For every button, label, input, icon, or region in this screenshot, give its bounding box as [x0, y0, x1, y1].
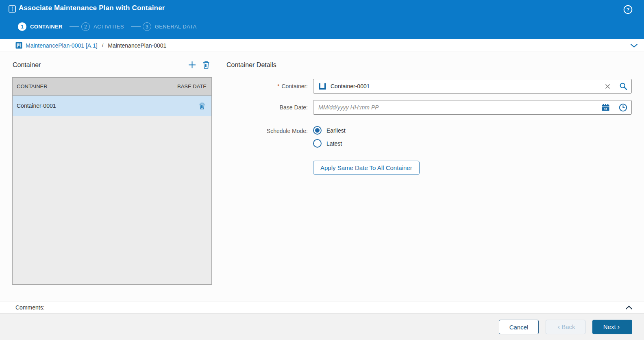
- container-table-header: CONTAINER BASE DATE: [13, 78, 211, 96]
- step-label: ACTIVITIES: [94, 24, 124, 30]
- table-row[interactable]: Container-0001: [13, 96, 211, 116]
- next-chevron-icon: ›: [618, 323, 620, 331]
- container-input-value: Container-0001: [331, 83, 370, 89]
- container-list-actions: [188, 61, 209, 69]
- chevron-up-icon[interactable]: [625, 305, 633, 310]
- comments-label: Comments:: [15, 304, 45, 311]
- container-field-label: *Container:: [206, 83, 308, 89]
- back-chevron-icon: ‹: [557, 323, 560, 331]
- schedule-mode-label: Schedule Mode:: [206, 128, 308, 134]
- comments-bar: Comments:: [0, 301, 644, 314]
- step-container[interactable]: 1 CONTAINER: [18, 22, 63, 31]
- breadcrumb: MaintenancePlan-0001 [A.1] / Maintenance…: [0, 39, 644, 52]
- chevron-down-icon[interactable]: [630, 42, 638, 50]
- step-connector: [70, 26, 79, 27]
- trash-icon: [199, 102, 205, 109]
- svg-text:31: 31: [604, 107, 607, 111]
- step-number: 2: [81, 22, 90, 31]
- breadcrumb-separator: /: [102, 42, 104, 48]
- search-icon[interactable]: [619, 82, 627, 90]
- step-number: 1: [18, 22, 26, 31]
- cancel-button[interactable]: Cancel: [499, 320, 539, 334]
- breadcrumb-link[interactable]: MaintenancePlan-0001 [A.1]: [26, 42, 98, 49]
- delete-container-button[interactable]: [203, 61, 209, 69]
- clock-icon[interactable]: [619, 103, 627, 112]
- container-list-title: Container: [13, 61, 41, 69]
- radio-unselected-icon: [313, 139, 322, 148]
- base-date-field: 31: [313, 100, 632, 115]
- app-header: Associate Maintenance Plan with Containe…: [0, 0, 644, 39]
- radio-earliest[interactable]: Earliest: [313, 126, 346, 135]
- step-number: 3: [143, 22, 151, 31]
- dialog-icon: [9, 5, 16, 13]
- apply-same-date-button[interactable]: Apply Same Date To All Container: [313, 161, 420, 175]
- trash-icon: [203, 61, 209, 69]
- container-input[interactable]: Container-0001: [313, 79, 632, 94]
- step-general-data[interactable]: 3 GENERAL DATA: [143, 22, 197, 31]
- container-details-title: Container Details: [226, 61, 276, 69]
- row-delete-button[interactable]: [199, 102, 205, 109]
- breadcrumb-current: MaintenancePlan-0001: [108, 42, 166, 49]
- radio-selected-icon: [313, 126, 322, 135]
- row-container-name: Container-0001: [17, 102, 56, 109]
- back-button[interactable]: ‹Back: [546, 320, 585, 334]
- calendar-icon[interactable]: 31: [601, 103, 610, 111]
- maintenance-plan-icon: [15, 42, 22, 49]
- container-type-icon: [318, 83, 326, 90]
- container-table: CONTAINER BASE DATE Container-0001: [12, 77, 212, 285]
- svg-text:?: ?: [627, 7, 630, 13]
- radio-latest-label: Latest: [326, 140, 342, 147]
- column-header-container: CONTAINER: [17, 83, 48, 89]
- next-button[interactable]: Next›: [592, 320, 632, 334]
- required-asterisk: *: [277, 83, 279, 89]
- page-title: Associate Maintenance Plan with Containe…: [19, 4, 165, 12]
- step-activities[interactable]: 2 ACTIVITIES: [81, 22, 124, 31]
- step-connector: [131, 26, 141, 27]
- add-container-button[interactable]: [188, 61, 196, 69]
- radio-latest[interactable]: Latest: [313, 139, 342, 148]
- wizard-stepper: 1 CONTAINER 2 ACTIVITIES 3 GENERAL DATA: [18, 22, 197, 31]
- step-label: GENERAL DATA: [155, 24, 197, 30]
- base-date-label: Base Date:: [206, 104, 308, 111]
- plus-icon: [188, 61, 196, 69]
- radio-earliest-label: Earliest: [326, 127, 346, 134]
- step-label: CONTAINER: [30, 24, 63, 30]
- help-icon[interactable]: ?: [623, 5, 633, 14]
- wizard-footer: Cancel ‹Back Next›: [0, 314, 644, 340]
- column-header-base-date: BASE DATE: [177, 83, 207, 89]
- clear-icon[interactable]: [605, 84, 610, 89]
- base-date-input[interactable]: [313, 104, 631, 111]
